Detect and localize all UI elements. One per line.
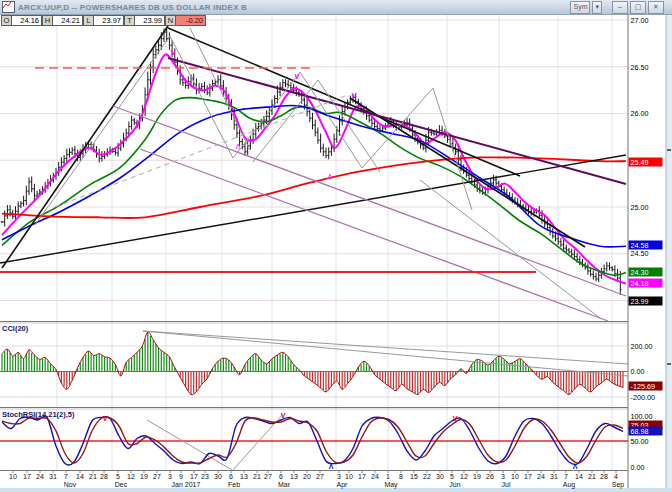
cci-pane-label: CCI(20)	[2, 324, 28, 333]
svg-text:24: 24	[371, 473, 379, 480]
svg-text:0.00: 0.00	[631, 367, 645, 376]
svg-text:May: May	[384, 481, 398, 489]
svg-text:3: 3	[168, 473, 172, 480]
open-label: O	[1, 15, 11, 26]
svg-text:10: 10	[511, 473, 519, 480]
svg-text:10: 10	[9, 473, 17, 480]
net-label: N	[165, 15, 175, 26]
svg-text:-125.69: -125.69	[631, 382, 655, 391]
svg-text:27: 27	[153, 473, 161, 480]
svg-text:V: V	[281, 412, 286, 419]
svg-text:Λ: Λ	[235, 142, 240, 151]
svg-text:9: 9	[179, 473, 183, 480]
svg-text:24.18: 24.18	[631, 279, 649, 288]
svg-text:50.00: 50.00	[631, 437, 649, 446]
svg-text:3: 3	[501, 473, 505, 480]
svg-text:25.00: 25.00	[631, 203, 649, 212]
svg-text:28: 28	[100, 473, 108, 480]
svg-text:30: 30	[436, 473, 444, 480]
svg-text:Aug: Aug	[563, 481, 576, 489]
svg-text:27.00: 27.00	[631, 16, 649, 25]
close-button[interactable]: ✕	[648, 1, 664, 14]
svg-text:200.00: 200.00	[631, 342, 653, 351]
svg-text:24.30: 24.30	[631, 268, 649, 277]
svg-text:27: 27	[264, 473, 272, 480]
svg-text:6: 6	[229, 473, 233, 480]
svg-text:7: 7	[64, 473, 68, 480]
svg-text:Λ: Λ	[327, 172, 332, 181]
svg-text:Λ: Λ	[573, 463, 578, 470]
window-titlebar[interactable]: ARCX:UUP,D -- POWERSHARES DB US DOLLAR I…	[0, 0, 672, 15]
svg-text:V: V	[294, 72, 299, 81]
svg-text:26.50: 26.50	[631, 63, 649, 72]
svg-text:30: 30	[214, 473, 222, 480]
svg-text:12: 12	[127, 473, 135, 480]
svg-text:13: 13	[240, 473, 248, 480]
svg-text:24: 24	[537, 473, 545, 480]
svg-text:21: 21	[253, 473, 261, 480]
svg-text:21: 21	[588, 473, 596, 480]
net-change-value: -0.20	[175, 15, 206, 26]
svg-text:22: 22	[423, 473, 431, 480]
trade-value: 23.99	[134, 15, 165, 26]
svg-text:8: 8	[399, 473, 403, 480]
svg-text:28: 28	[600, 473, 608, 480]
svg-text:3: 3	[337, 473, 341, 480]
svg-text:10: 10	[345, 473, 353, 480]
svg-text:Jun: Jun	[449, 481, 460, 488]
svg-text:24: 24	[36, 473, 44, 480]
svg-text:Jan 2017: Jan 2017	[172, 481, 201, 488]
svg-text:Dec: Dec	[115, 481, 128, 488]
svg-text:21: 21	[89, 473, 97, 480]
ohlc-quote-bar: O 24.16 H 24.21 L 23.97 T 23.99 N -0.20	[1, 15, 206, 26]
symbol-dropdown-button[interactable]: ▾	[592, 1, 602, 14]
svg-text:1: 1	[386, 473, 390, 480]
high-label: H	[42, 15, 52, 26]
svg-text:Nov: Nov	[64, 481, 77, 488]
high-value: 24.21	[52, 15, 83, 26]
svg-text:V: V	[351, 91, 356, 100]
svg-text:31: 31	[550, 473, 558, 480]
chart-window-icon	[2, 1, 15, 13]
svg-text:14: 14	[76, 473, 84, 480]
svg-text:6: 6	[279, 473, 283, 480]
svg-text:5: 5	[116, 473, 120, 480]
svg-text:Feb: Feb	[228, 481, 240, 488]
svg-text:-200.00: -200.00	[631, 393, 655, 402]
maximize-button[interactable]: ▢	[630, 1, 646, 14]
svg-text:5: 5	[450, 473, 454, 480]
svg-text:23.99: 23.99	[631, 297, 649, 306]
svg-text:14: 14	[575, 473, 583, 480]
window-title: ARCX:UUP,D -- POWERSHARES DB US DOLLAR I…	[18, 3, 568, 12]
low-label: L	[83, 15, 93, 26]
svg-text:68.98: 68.98	[631, 427, 649, 436]
sym-button[interactable]: Sym	[570, 1, 590, 14]
minimize-button[interactable]: –	[612, 1, 628, 14]
svg-text:Jul: Jul	[502, 481, 511, 488]
svg-text:25.49: 25.49	[631, 158, 649, 167]
svg-text:Sep: Sep	[612, 481, 625, 489]
svg-text:4: 4	[614, 473, 618, 480]
svg-text:Apr: Apr	[337, 481, 349, 489]
trade-label: T	[124, 15, 134, 26]
svg-text:Mar: Mar	[278, 481, 291, 488]
svg-text:31: 31	[49, 473, 57, 480]
svg-text:V: V	[453, 415, 458, 422]
svg-text:23: 23	[201, 473, 209, 480]
svg-text:17: 17	[524, 473, 532, 480]
chart-canvas[interactable]: VVVΛΛVVVΛΛ27.0026.5026.0025.4925.0024.58…	[0, 0, 672, 492]
svg-text:24.50: 24.50	[631, 249, 649, 258]
svg-text:19: 19	[140, 473, 148, 480]
svg-text:26: 26	[486, 473, 494, 480]
svg-text:12: 12	[460, 473, 468, 480]
svg-text:15: 15	[410, 473, 418, 480]
open-value: 24.16	[11, 15, 42, 26]
svg-text:17: 17	[23, 473, 31, 480]
svg-text:V: V	[103, 415, 108, 422]
svg-text:26.00: 26.00	[631, 109, 649, 118]
svg-text:19: 19	[473, 473, 481, 480]
svg-text:0.00: 0.00	[631, 463, 645, 472]
svg-text:7: 7	[564, 473, 568, 480]
svg-text:27: 27	[316, 473, 324, 480]
svg-text:Λ: Λ	[329, 463, 334, 470]
